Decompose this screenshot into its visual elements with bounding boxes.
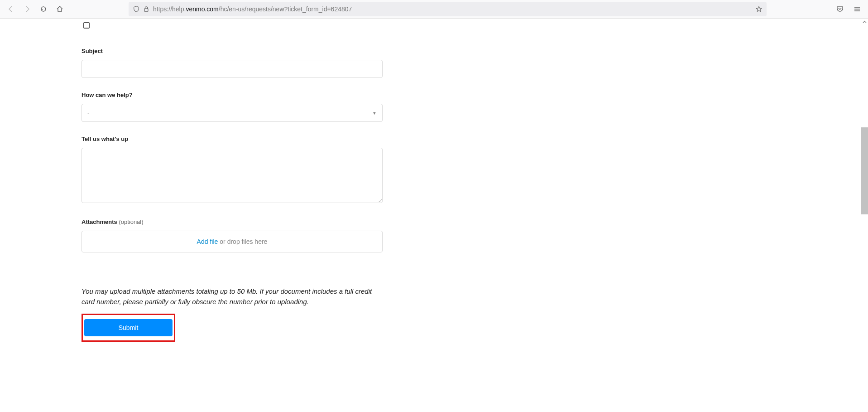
browser-toolbar: https://help.venmo.com/hc/en-us/requests… xyxy=(0,0,868,19)
help-label: How can we help? xyxy=(82,92,383,98)
checkbox-row xyxy=(83,22,383,30)
pocket-icon[interactable] xyxy=(834,3,846,15)
scroll-up-icon[interactable] xyxy=(861,19,868,25)
back-button[interactable] xyxy=(5,3,17,15)
upload-dropzone[interactable]: Add file or drop files here xyxy=(82,231,383,252)
chevron-down-icon: ▼ xyxy=(372,111,377,116)
subject-field: Subject xyxy=(82,48,383,78)
submit-button[interactable]: Submit xyxy=(84,319,173,336)
add-file-link[interactable]: Add file xyxy=(197,238,218,245)
star-icon[interactable] xyxy=(756,6,762,12)
subject-label: Subject xyxy=(82,48,383,54)
shield-icon xyxy=(133,6,139,12)
tellus-textarea[interactable] xyxy=(82,148,383,203)
submit-highlight-box: Submit xyxy=(82,314,175,342)
address-bar[interactable]: https://help.venmo.com/hc/en-us/requests… xyxy=(129,2,767,16)
reload-button[interactable] xyxy=(37,3,50,15)
subject-input[interactable] xyxy=(82,60,383,78)
svg-rect-0 xyxy=(144,9,148,11)
toolbar-right xyxy=(834,3,863,15)
forward-button[interactable] xyxy=(21,3,34,15)
scrollbar[interactable] xyxy=(861,19,868,412)
tellus-label: Tell us what's up xyxy=(82,136,383,142)
scrollbar-thumb[interactable] xyxy=(861,127,868,214)
help-field: How can we help? - ▼ xyxy=(82,92,383,122)
home-button[interactable] xyxy=(53,3,66,15)
lock-icon xyxy=(143,6,149,12)
attachments-field: Attachments (optional) Add file or drop … xyxy=(82,218,383,252)
help-selected-value: - xyxy=(87,109,90,116)
upload-note: You may upload multiple attachments tota… xyxy=(82,286,380,307)
attachments-label: Attachments (optional) xyxy=(82,218,383,225)
drop-files-text: or drop files here xyxy=(220,238,267,245)
tellus-field: Tell us what's up xyxy=(82,136,383,205)
help-select[interactable]: - ▼ xyxy=(82,104,383,122)
svg-rect-1 xyxy=(84,23,89,28)
request-form: Subject How can we help? - ▼ Tell us wha… xyxy=(82,19,383,342)
url-text: https://help.venmo.com/hc/en-us/requests… xyxy=(153,5,752,13)
checkbox-input[interactable] xyxy=(83,22,90,29)
menu-icon[interactable] xyxy=(851,3,863,15)
page-content: Subject How can we help? - ▼ Tell us wha… xyxy=(0,19,868,412)
